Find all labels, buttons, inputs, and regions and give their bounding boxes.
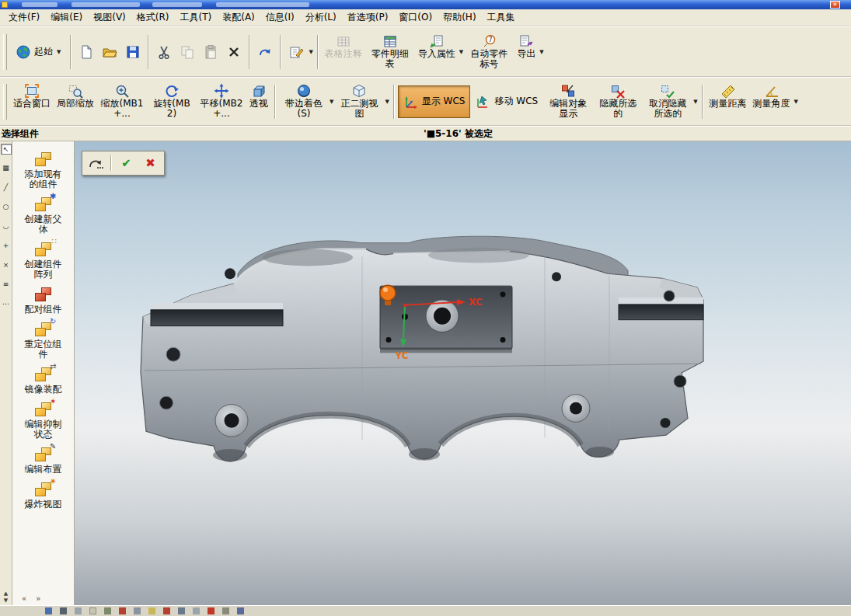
menu-information[interactable]: 信息(I)	[260, 9, 300, 26]
unhide-selected-button[interactable]: 取消隐藏所选的	[643, 80, 692, 124]
circle-tool-button[interactable]: ○	[1, 202, 12, 213]
cross-tool-button[interactable]: ×	[1, 260, 12, 271]
chevron-down-icon[interactable]: ▼	[385, 99, 389, 105]
open-button[interactable]	[98, 40, 121, 64]
chevron-down-icon[interactable]: ▼	[57, 49, 61, 55]
undo-button[interactable]	[253, 40, 277, 64]
zoom-area-button[interactable]: 局部缩放	[54, 80, 97, 124]
display-wcs-button[interactable]: 显示 WCS	[398, 85, 471, 118]
taskbar-icon[interactable]	[104, 607, 111, 614]
menu-help[interactable]: 帮助(H)	[438, 9, 481, 26]
chevron-down-icon[interactable]: ▼	[309, 49, 312, 55]
chevron-down-icon[interactable]: ▼	[459, 49, 463, 55]
move-wcs-button[interactable]: 移动 WCS	[470, 85, 543, 118]
menu-analysis[interactable]: 分析(L)	[300, 9, 342, 26]
chevron-down-icon[interactable]: ▼	[539, 49, 543, 55]
zoom-icon	[114, 83, 130, 99]
rotate-button[interactable]: 旋转(MB2)	[147, 80, 197, 124]
cancel-button[interactable]: ✖	[139, 153, 162, 173]
zoom-button[interactable]: 缩放(MB1+...	[97, 80, 147, 124]
measure-distance-button[interactable]: 测量距离	[706, 80, 750, 124]
parts-list-button[interactable]: 零件明细表	[365, 30, 415, 74]
shaded-with-edges-button[interactable]: 带边着色(S)	[279, 80, 329, 124]
menu-edit[interactable]: 编辑(E)	[45, 9, 88, 26]
list-tool-button[interactable]: ≡	[1, 280, 12, 291]
chevron-down-icon[interactable]: ▼	[794, 99, 798, 105]
taskbar-icon[interactable]	[193, 607, 200, 614]
menu-toolset[interactable]: 工具集	[482, 9, 521, 26]
taskbar-icon[interactable]	[60, 607, 67, 614]
taskbar-icon[interactable]	[134, 607, 141, 614]
create-new-parent-button[interactable]: ✱ 创建新父体	[21, 197, 66, 235]
taskbar-icon[interactable]	[178, 607, 185, 614]
cut-button[interactable]	[152, 40, 176, 64]
new-button[interactable]	[75, 40, 98, 64]
create-component-array-button[interactable]: ∷ 创建组件阵列	[21, 242, 66, 280]
measure-angle-button[interactable]: 测量角度	[750, 80, 793, 124]
more-tools-button[interactable]: ⋯	[1, 299, 12, 310]
chevron-down-icon[interactable]: ▼	[693, 99, 697, 105]
taskbar-icon[interactable]	[222, 607, 229, 614]
pan-button[interactable]: 平移(MB2+...	[197, 80, 246, 124]
delete-button[interactable]	[222, 40, 246, 64]
taskbar-icon[interactable]	[148, 607, 155, 614]
panel-scroll-right-button[interactable]: »	[36, 594, 40, 603]
auto-balloon-button[interactable]: 7 自动零件标号	[464, 30, 514, 74]
menu-bar: 文件(F) 编辑(E) 视图(V) 格式(R) 工具(T) 装配(A) 信息(I…	[0, 9, 851, 26]
fit-window-button[interactable]: 适合窗口	[10, 80, 54, 124]
edit-arrangement-button[interactable]: ✎ 编辑布置	[25, 447, 62, 475]
export-button[interactable]: 导出	[514, 30, 539, 74]
menu-file[interactable]: 文件(F)	[3, 9, 45, 26]
mate-component-button[interactable]: 配对组件	[25, 287, 62, 315]
start-button[interactable]: 起始 ▼	[10, 36, 67, 68]
perspective-button[interactable]: 透视	[246, 80, 271, 124]
menu-format[interactable]: 格式(R)	[131, 9, 175, 26]
taskbar-icon[interactable]	[89, 607, 96, 614]
taskbar-icon[interactable]	[75, 607, 82, 614]
edit-info-button[interactable]	[284, 40, 308, 64]
taskbar-icon[interactable]	[208, 607, 214, 614]
edit-suppression-state-button[interactable]: ✶ 编辑抑制状态	[21, 402, 66, 440]
strip-scroll-up-button[interactable]: ▲	[4, 590, 8, 597]
prompt-bar: 选择组件 '■5-16' 被选定	[0, 126, 851, 141]
line-tool-button[interactable]: ╱	[1, 183, 12, 193]
close-button[interactable]: ✕	[830, 1, 840, 9]
exploded-view-button[interactable]: ✷ 爆炸视图	[25, 482, 62, 510]
status-message: '■5-16' 被选定	[424, 127, 493, 141]
menu-view[interactable]: 视图(V)	[88, 9, 131, 26]
filter-grid-button[interactable]: ▦	[1, 163, 12, 174]
hide-selected-button[interactable]: 隐藏所选的	[593, 80, 643, 124]
strip-scroll-down-button[interactable]: ▼	[4, 597, 8, 604]
menu-tools[interactable]: 工具(T)	[175, 9, 218, 26]
reposition-button[interactable]	[85, 153, 107, 173]
menu-window[interactable]: 窗口(O)	[393, 9, 438, 26]
paste-button	[199, 40, 222, 64]
menu-assemblies[interactable]: 装配(A)	[217, 9, 260, 26]
point-tool-button[interactable]: +	[1, 241, 12, 252]
menu-preferences[interactable]: 首选项(P)	[342, 9, 394, 26]
toolbar-drag-handle[interactable]	[3, 34, 7, 70]
import-attributes-button[interactable]: 导入属性	[415, 30, 459, 74]
taskbar-icon[interactable]	[45, 607, 52, 614]
accept-button[interactable]: ✔	[115, 153, 138, 173]
panel-scroll-left-button[interactable]: «	[22, 594, 26, 603]
taskbar-icon[interactable]	[163, 607, 170, 614]
dimetric-view-button[interactable]: 正二测视图	[334, 80, 384, 124]
chevron-down-icon[interactable]: ▼	[330, 99, 333, 105]
taskbar-icon[interactable]	[119, 607, 126, 614]
reposition-component-button[interactable]: ↻ 重定位组件	[21, 322, 66, 360]
reposition-component-icon: ↻	[33, 322, 54, 338]
new-document-icon	[78, 44, 94, 60]
graphics-window[interactable]: XC YC ✔ ✖	[75, 141, 851, 605]
toolbar-drag-handle[interactable]	[3, 84, 7, 120]
select-cursor-button[interactable]: ↖	[1, 144, 12, 155]
edit-object-display-button[interactable]: 编辑对象显示	[543, 80, 593, 124]
save-button[interactable]	[121, 40, 145, 64]
edit-suppression-state-label: 编辑抑制状态	[21, 419, 66, 440]
mirror-assembly-icon: ⇄	[33, 367, 54, 383]
arc-tool-button[interactable]: ◡	[1, 221, 12, 232]
mirror-assembly-button[interactable]: ⇄ 镜像装配	[25, 367, 62, 395]
taskbar-icon[interactable]	[237, 607, 244, 614]
view-cube-icon	[351, 83, 367, 99]
add-existing-component-button[interactable]: 添加现有的组件	[21, 152, 66, 190]
